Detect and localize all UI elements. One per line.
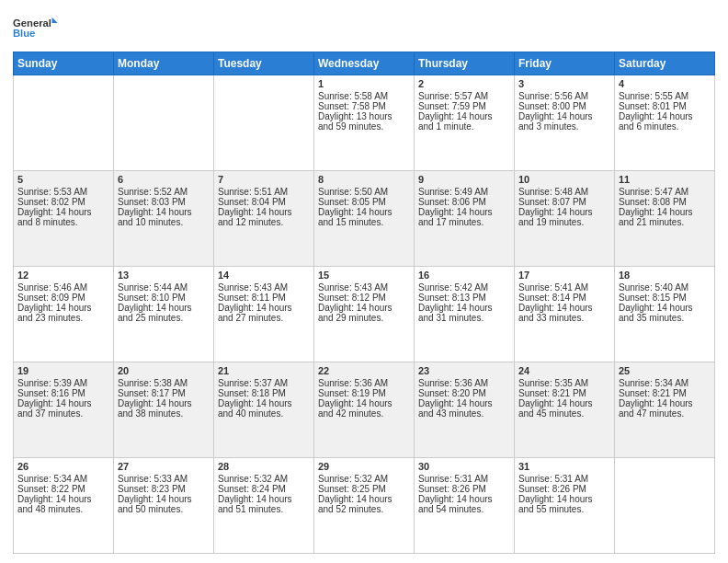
day-cell-1: 1Sunrise: 5:58 AMSunset: 7:58 PMDaylight… xyxy=(314,75,415,171)
day-info-line: Daylight: 14 hours and 17 minutes. xyxy=(418,207,510,227)
day-number-1: 1 xyxy=(318,78,410,89)
day-info-line: Sunrise: 5:37 AM xyxy=(218,378,310,388)
day-info-line: Daylight: 14 hours and 48 minutes. xyxy=(17,494,109,514)
day-info-line: Sunrise: 5:31 AM xyxy=(418,474,510,484)
empty-cell xyxy=(214,75,314,171)
day-number-12: 12 xyxy=(17,270,109,281)
day-info-line: Sunset: 8:22 PM xyxy=(17,484,109,494)
day-info-line: Daylight: 14 hours and 10 minutes. xyxy=(118,207,210,227)
week-row-4: 19Sunrise: 5:39 AMSunset: 8:16 PMDayligh… xyxy=(14,362,715,458)
day-info-line: Sunrise: 5:50 AM xyxy=(318,187,410,197)
day-info-line: Sunset: 8:14 PM xyxy=(518,293,610,303)
header-thursday: Thursday xyxy=(415,52,515,75)
day-info-line: Sunset: 8:21 PM xyxy=(518,388,610,398)
day-info-line: Sunrise: 5:48 AM xyxy=(518,187,610,197)
day-info-line: Sunset: 7:58 PM xyxy=(318,101,410,111)
header-sunday: Sunday xyxy=(14,52,114,75)
day-info-line: Sunrise: 5:39 AM xyxy=(17,378,109,388)
day-number-19: 19 xyxy=(17,365,109,376)
day-info-line: Sunrise: 5:32 AM xyxy=(218,474,310,484)
day-info-line: Daylight: 14 hours and 50 minutes. xyxy=(118,494,210,514)
day-info-line: Sunset: 8:19 PM xyxy=(318,388,410,398)
day-cell-8: 8Sunrise: 5:50 AMSunset: 8:05 PMDaylight… xyxy=(314,171,415,267)
day-info-line: Daylight: 14 hours and 19 minutes. xyxy=(518,207,610,227)
day-number-21: 21 xyxy=(218,365,310,376)
day-info-line: Sunrise: 5:43 AM xyxy=(218,282,310,293)
day-cell-9: 9Sunrise: 5:49 AMSunset: 8:06 PMDaylight… xyxy=(415,171,515,267)
day-info-line: Sunrise: 5:57 AM xyxy=(418,91,510,101)
day-cell-28: 28Sunrise: 5:32 AMSunset: 8:24 PMDayligh… xyxy=(214,458,314,554)
day-info-line: Sunset: 8:24 PM xyxy=(218,484,310,494)
day-info-line: Sunset: 8:04 PM xyxy=(218,197,310,207)
day-cell-2: 2Sunrise: 5:57 AMSunset: 7:59 PMDaylight… xyxy=(415,75,515,171)
day-info-line: Sunrise: 5:32 AM xyxy=(318,474,410,484)
day-info-line: Sunrise: 5:49 AM xyxy=(418,187,510,197)
day-info-line: Sunset: 8:08 PM xyxy=(619,197,711,207)
day-number-16: 16 xyxy=(418,270,510,281)
day-cell-18: 18Sunrise: 5:40 AMSunset: 8:15 PMDayligh… xyxy=(615,267,715,362)
day-info-line: Sunrise: 5:34 AM xyxy=(17,474,109,484)
day-cell-15: 15Sunrise: 5:43 AMSunset: 8:12 PMDayligh… xyxy=(314,267,415,362)
calendar-table: SundayMondayTuesdayWednesdayThursdayFrid… xyxy=(13,52,715,554)
day-info-line: Daylight: 14 hours and 55 minutes. xyxy=(518,494,610,514)
day-info-line: Daylight: 14 hours and 33 minutes. xyxy=(518,303,610,323)
header-tuesday: Tuesday xyxy=(214,52,314,75)
day-cell-24: 24Sunrise: 5:35 AMSunset: 8:21 PMDayligh… xyxy=(515,362,615,458)
day-info-line: Sunrise: 5:42 AM xyxy=(418,282,510,293)
day-info-line: Daylight: 14 hours and 51 minutes. xyxy=(218,494,310,514)
logo-svg: General Blue xyxy=(13,9,59,46)
day-cell-20: 20Sunrise: 5:38 AMSunset: 8:17 PMDayligh… xyxy=(114,362,214,458)
day-number-26: 26 xyxy=(17,461,109,472)
day-info-line: Sunset: 8:06 PM xyxy=(418,197,510,207)
day-info-line: Daylight: 14 hours and 23 minutes. xyxy=(17,303,109,323)
day-cell-30: 30Sunrise: 5:31 AMSunset: 8:26 PMDayligh… xyxy=(415,458,515,554)
day-info-line: Sunset: 8:17 PM xyxy=(118,388,210,398)
day-info-line: Sunset: 8:11 PM xyxy=(218,293,310,303)
day-number-24: 24 xyxy=(518,365,610,376)
day-info-line: Daylight: 14 hours and 12 minutes. xyxy=(218,207,310,227)
day-info-line: Daylight: 14 hours and 47 minutes. xyxy=(619,398,711,419)
day-info-line: Daylight: 14 hours and 8 minutes. xyxy=(17,207,109,227)
day-number-7: 7 xyxy=(218,174,310,185)
day-cell-31: 31Sunrise: 5:31 AMSunset: 8:26 PMDayligh… xyxy=(515,458,615,554)
day-info-line: Daylight: 14 hours and 35 minutes. xyxy=(619,303,711,323)
day-info-line: Sunrise: 5:41 AM xyxy=(518,282,610,293)
day-cell-22: 22Sunrise: 5:36 AMSunset: 8:19 PMDayligh… xyxy=(314,362,415,458)
week-row-5: 26Sunrise: 5:34 AMSunset: 8:22 PMDayligh… xyxy=(14,458,715,554)
day-number-27: 27 xyxy=(118,461,210,472)
day-info-line: Sunset: 8:21 PM xyxy=(619,388,711,398)
day-info-line: Daylight: 14 hours and 6 minutes. xyxy=(619,111,711,132)
header-wednesday: Wednesday xyxy=(314,52,415,75)
day-number-6: 6 xyxy=(118,174,210,185)
day-info-line: Daylight: 13 hours and 59 minutes. xyxy=(318,111,410,132)
day-info-line: Sunset: 8:09 PM xyxy=(17,293,109,303)
day-info-line: Sunrise: 5:43 AM xyxy=(318,282,410,293)
day-number-11: 11 xyxy=(619,174,711,185)
day-number-15: 15 xyxy=(318,270,410,281)
day-info-line: Sunrise: 5:35 AM xyxy=(518,378,610,388)
day-cell-11: 11Sunrise: 5:47 AMSunset: 8:08 PMDayligh… xyxy=(615,171,715,267)
day-number-23: 23 xyxy=(418,365,510,376)
svg-marker-2 xyxy=(52,17,58,23)
day-info-line: Sunrise: 5:33 AM xyxy=(118,474,210,484)
day-info-line: Sunset: 8:18 PM xyxy=(218,388,310,398)
day-info-line: Daylight: 14 hours and 40 minutes. xyxy=(218,398,310,419)
day-cell-16: 16Sunrise: 5:42 AMSunset: 8:13 PMDayligh… xyxy=(415,267,515,362)
day-info-line: Daylight: 14 hours and 25 minutes. xyxy=(118,303,210,323)
day-info-line: Sunset: 8:25 PM xyxy=(318,484,410,494)
day-info-line: Daylight: 14 hours and 15 minutes. xyxy=(318,207,410,227)
day-info-line: Sunset: 8:00 PM xyxy=(518,101,610,111)
week-row-3: 12Sunrise: 5:46 AMSunset: 8:09 PMDayligh… xyxy=(14,267,715,362)
svg-text:General: General xyxy=(13,17,51,29)
svg-text:Blue: Blue xyxy=(13,28,35,39)
empty-cell xyxy=(615,458,715,554)
day-info-line: Sunset: 8:01 PM xyxy=(619,101,711,111)
day-info-line: Daylight: 14 hours and 1 minute. xyxy=(418,111,510,132)
day-cell-4: 4Sunrise: 5:55 AMSunset: 8:01 PMDaylight… xyxy=(615,75,715,171)
day-number-2: 2 xyxy=(418,78,510,89)
calendar-header-row: SundayMondayTuesdayWednesdayThursdayFrid… xyxy=(14,52,715,75)
day-info-line: Sunset: 8:15 PM xyxy=(619,293,711,303)
day-number-8: 8 xyxy=(318,174,410,185)
logo: General Blue xyxy=(13,9,59,46)
day-cell-19: 19Sunrise: 5:39 AMSunset: 8:16 PMDayligh… xyxy=(14,362,114,458)
